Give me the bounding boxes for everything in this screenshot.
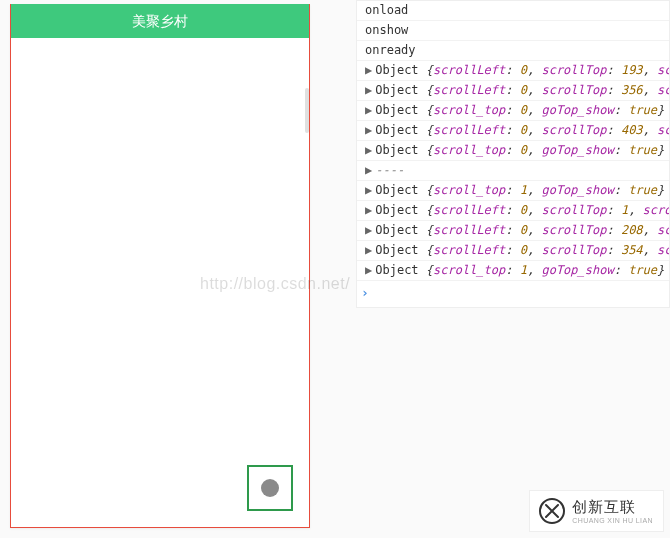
object-label: Object — [375, 243, 426, 257]
obj-key: scroll — [657, 123, 670, 137]
go-top-button[interactable] — [247, 465, 293, 511]
brand-text-sub: CHUANG XIN HU LIAN — [572, 517, 653, 524]
obj-value: 0 — [520, 83, 527, 97]
obj-key: scrollTop — [541, 203, 606, 217]
obj-key: scroll — [657, 243, 670, 257]
obj-key: scroll — [657, 223, 670, 237]
expand-triangle-icon[interactable]: ▶ — [365, 203, 372, 217]
obj-key: scroll — [657, 83, 670, 97]
expand-triangle-icon[interactable]: ▶ — [365, 143, 372, 157]
object-label: Object — [375, 123, 426, 137]
console-object-line[interactable]: ▶Object {scroll_top: 1, goTop_show: true… — [357, 181, 669, 201]
expand-triangle-icon[interactable]: ▶ — [365, 123, 372, 137]
expand-triangle-icon[interactable]: ▶ — [365, 63, 372, 77]
obj-value: 193 — [621, 63, 643, 77]
console-object-line[interactable]: ▶Object {scrollLeft: 0, scrollTop: 354, … — [357, 241, 669, 261]
console-object-line[interactable]: ▶Object {scrollLeft: 0, scrollTop: 1, sc… — [357, 201, 669, 221]
object-label: Object — [375, 103, 426, 117]
console-divider: ▶---- — [357, 161, 669, 181]
object-label: Object — [375, 83, 426, 97]
obj-value: true — [628, 263, 657, 277]
expand-triangle-icon[interactable]: ▶ — [365, 183, 372, 197]
obj-key: scrollTop — [541, 83, 606, 97]
phone-preview: 美聚乡村 — [10, 4, 310, 528]
obj-key: goTop_show — [541, 263, 613, 277]
console-plain-line: onshow — [357, 21, 669, 41]
obj-key: goTop_show — [541, 183, 613, 197]
obj-value: 0 — [520, 123, 527, 137]
brand-text-main: 创新互联 — [572, 498, 653, 517]
obj-value: 403 — [621, 123, 643, 137]
obj-key: scrollLeft — [433, 203, 505, 217]
obj-key: scroll — [657, 63, 670, 77]
obj-value: 0 — [520, 103, 527, 117]
expand-triangle-icon[interactable]: ▶ — [365, 103, 372, 117]
object-label: Object — [375, 63, 426, 77]
console-plain-line: onload — [357, 1, 669, 21]
expand-triangle-icon[interactable]: ▶ — [365, 243, 372, 257]
brand-icon — [538, 497, 566, 525]
console-object-line[interactable]: ▶Object {scrollLeft: 0, scrollTop: 208, … — [357, 221, 669, 241]
obj-key: scrollLeft — [433, 63, 505, 77]
obj-key: scrollLeft — [433, 223, 505, 237]
go-top-dot-icon — [261, 479, 279, 497]
obj-key: scrollTop — [541, 243, 606, 257]
obj-key: scrollTop — [541, 223, 606, 237]
console-panel[interactable]: onloadonshowonready▶Object {scrollLeft: … — [356, 0, 670, 308]
expand-triangle-icon[interactable]: ▶ — [365, 263, 372, 277]
obj-key: scrollTop — [541, 63, 606, 77]
obj-key: goTop_show — [541, 143, 613, 157]
obj-value: 208 — [621, 223, 643, 237]
obj-value: 1 — [520, 263, 527, 277]
obj-key: scrollLeft — [433, 83, 505, 97]
console-object-line[interactable]: ▶Object {scroll_top: 0, goTop_show: true… — [357, 101, 669, 121]
object-label: Object — [375, 183, 426, 197]
obj-value: 0 — [520, 203, 527, 217]
obj-key: goTop_show — [541, 103, 613, 117]
console-object-line[interactable]: ▶Object {scrollLeft: 0, scrollTop: 356, … — [357, 81, 669, 101]
phone-header-title: 美聚乡村 — [11, 4, 309, 38]
object-label: Object — [375, 263, 426, 277]
phone-body[interactable] — [11, 38, 309, 527]
object-label: Object — [375, 143, 426, 157]
obj-value: true — [628, 143, 657, 157]
console-lines-container: onloadonshowonready▶Object {scrollLeft: … — [357, 1, 669, 281]
brand-text: 创新互联 CHUANG XIN HU LIAN — [572, 498, 653, 524]
console-object-line[interactable]: ▶Object {scroll_top: 0, goTop_show: true… — [357, 141, 669, 161]
console-object-line[interactable]: ▶Object {scrollLeft: 0, scrollTop: 403, … — [357, 121, 669, 141]
console-prompt[interactable]: › — [357, 281, 669, 304]
obj-value: 354 — [621, 243, 643, 257]
obj-value: 0 — [520, 63, 527, 77]
obj-value: 356 — [621, 83, 643, 97]
obj-value: 0 — [520, 243, 527, 257]
obj-key: scrollLeft — [433, 123, 505, 137]
obj-value: 0 — [520, 143, 527, 157]
obj-key: scroll_top — [433, 143, 505, 157]
obj-value: true — [628, 183, 657, 197]
expand-triangle-icon[interactable]: ▶ — [365, 163, 372, 177]
obj-value: 1 — [520, 183, 527, 197]
brand-logo: 创新互联 CHUANG XIN HU LIAN — [529, 490, 664, 532]
obj-value: true — [628, 103, 657, 117]
obj-key: scrollTop — [541, 123, 606, 137]
obj-value: 0 — [520, 223, 527, 237]
obj-key: scroll_top — [433, 183, 505, 197]
expand-triangle-icon[interactable]: ▶ — [365, 83, 372, 97]
obj-key: scroll_top — [433, 103, 505, 117]
obj-key: scrollHe — [643, 203, 670, 217]
console-object-line[interactable]: ▶Object {scroll_top: 1, goTop_show: true… — [357, 261, 669, 281]
scrollbar-thumb[interactable] — [305, 88, 309, 133]
console-object-line[interactable]: ▶Object {scrollLeft: 0, scrollTop: 193, … — [357, 61, 669, 81]
obj-key: scroll_top — [433, 263, 505, 277]
object-label: Object — [375, 223, 426, 237]
object-label: Object — [375, 203, 426, 217]
obj-key: scrollLeft — [433, 243, 505, 257]
console-plain-line: onready — [357, 41, 669, 61]
expand-triangle-icon[interactable]: ▶ — [365, 223, 372, 237]
